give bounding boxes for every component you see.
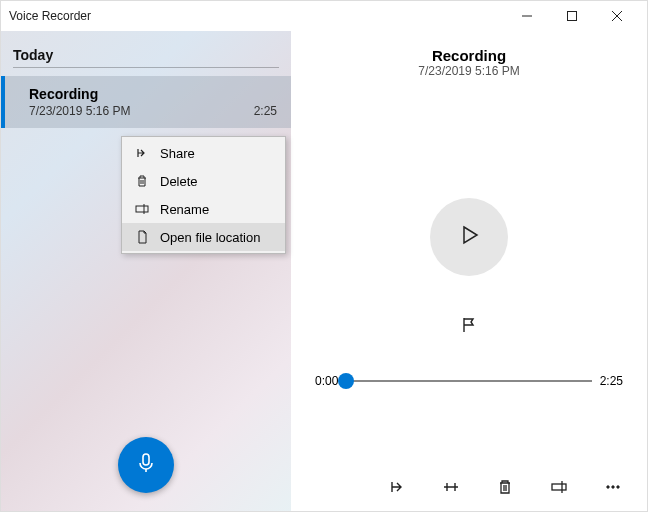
menu-delete-label: Delete [160, 174, 198, 189]
menu-share-label: Share [160, 146, 195, 161]
svg-rect-7 [552, 484, 566, 490]
more-button[interactable] [603, 479, 623, 499]
trash-icon [134, 173, 150, 189]
recording-duration: 2:25 [254, 104, 277, 118]
share-button[interactable] [387, 479, 407, 499]
share-icon [388, 478, 406, 500]
menu-open-file-location[interactable]: Open file location [122, 223, 285, 251]
seek-thumb[interactable] [338, 373, 354, 389]
play-button[interactable] [430, 198, 508, 276]
trim-button[interactable] [441, 479, 461, 499]
file-icon [134, 229, 150, 245]
close-button[interactable] [594, 1, 639, 31]
delete-button[interactable] [495, 479, 515, 499]
rename-icon [134, 201, 150, 217]
menu-rename-label: Rename [160, 202, 209, 217]
menu-rename[interactable]: Rename [122, 195, 285, 223]
context-menu: Share Delete Rename [121, 136, 286, 254]
rename-icon [550, 478, 568, 500]
time-total: 2:25 [600, 374, 623, 388]
time-current: 0:00 [315, 374, 338, 388]
microphone-icon [134, 451, 158, 479]
recording-list-item[interactable]: Recording 7/23/2019 5:16 PM 2:25 [1, 76, 291, 128]
rename-button[interactable] [549, 479, 569, 499]
bottom-toolbar [315, 461, 623, 499]
svg-rect-5 [143, 454, 149, 465]
add-marker-button[interactable] [460, 316, 478, 338]
record-button[interactable] [118, 437, 174, 493]
minimize-button[interactable] [504, 1, 549, 31]
svg-marker-6 [464, 227, 477, 243]
recordings-panel: Today Recording 7/23/2019 5:16 PM 2:25 S… [1, 31, 291, 511]
play-icon [455, 221, 483, 253]
timeline: 0:00 2:25 [315, 374, 623, 388]
playback-datetime: 7/23/2019 5:16 PM [418, 64, 519, 78]
seek-track[interactable] [346, 380, 591, 382]
maximize-button[interactable] [549, 1, 594, 31]
share-icon [134, 145, 150, 161]
title-bar: Voice Recorder [1, 1, 647, 31]
section-header-today: Today [1, 31, 291, 67]
menu-delete[interactable]: Delete [122, 167, 285, 195]
menu-open-file-location-label: Open file location [160, 230, 260, 245]
menu-share[interactable]: Share [122, 139, 285, 167]
svg-point-8 [607, 486, 609, 488]
flag-icon [460, 320, 478, 337]
trim-icon [442, 478, 460, 500]
trash-icon [496, 478, 514, 500]
ellipsis-icon [604, 478, 622, 500]
app-title: Voice Recorder [9, 9, 91, 23]
svg-point-10 [617, 486, 619, 488]
svg-point-9 [612, 486, 614, 488]
playback-panel: Recording 7/23/2019 5:16 PM 0:00 2:25 [291, 31, 647, 511]
playback-title: Recording [432, 47, 506, 64]
recording-title: Recording [29, 86, 277, 102]
svg-rect-1 [567, 12, 576, 21]
svg-rect-4 [136, 206, 148, 212]
recording-datetime: 7/23/2019 5:16 PM [29, 104, 130, 118]
divider [13, 67, 279, 68]
